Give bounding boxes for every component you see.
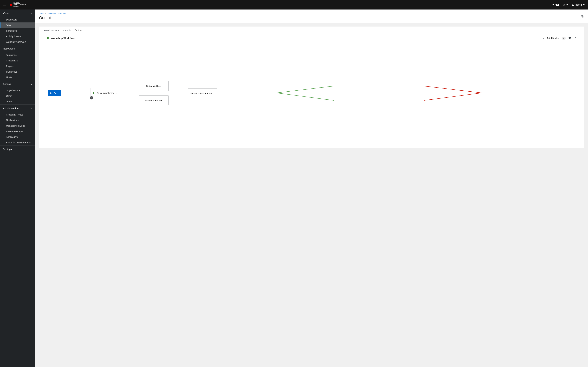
workflow-node-network-user[interactable]: Network-User — [139, 81, 168, 91]
top-header: Red Hat Ansible Automation Platform 0 ad… — [0, 0, 588, 9]
sidebar-item-jobs[interactable]: Jobs — [0, 22, 35, 28]
main-content: Jobs › Workshop Workflow Output ◂ Back t… — [35, 9, 588, 367]
node-label: Network-Banner — [145, 99, 163, 102]
sidebar-nav: Views ⌄ Dashboard Jobs Schedules Activit… — [0, 9, 35, 367]
notifications-button[interactable]: 0 — [552, 3, 559, 6]
svg-line-9 — [277, 86, 334, 93]
tab-label: Back to Jobs — [45, 29, 59, 32]
page-title: Output — [39, 16, 584, 20]
chevron-right-icon: › — [45, 12, 46, 14]
sidebar-item-activity-stream[interactable]: Activity Stream — [0, 33, 35, 39]
brand-logo[interactable]: Red Hat Ansible Automation Platform — [9, 2, 26, 7]
svg-line-11 — [424, 86, 482, 93]
workflow-canvas[interactable]: START Backup network confi… JT Network-U… — [43, 42, 580, 144]
node-label: Network Automation - Re… — [190, 92, 215, 95]
jt-badge: JT — [90, 96, 93, 100]
workflow-node-network-automation[interactable]: Network Automation - Re… — [188, 88, 217, 98]
tabs: ◂ Back to Jobs Details Output — [39, 26, 584, 34]
nav-group-settings[interactable]: Settings — [0, 145, 35, 153]
total-nodes-label: Total Nodes — [547, 37, 559, 40]
svg-point-0 — [10, 4, 12, 6]
sidebar-item-users[interactable]: Users — [0, 93, 35, 99]
username-label: admin — [576, 3, 582, 6]
hamburger-menu-button[interactable] — [3, 4, 6, 6]
sidebar-item-inventories[interactable]: Inventories — [0, 69, 35, 75]
total-nodes-count: 4 — [562, 37, 566, 40]
breadcrumb: Jobs › Workshop Workflow — [39, 12, 584, 15]
notification-count-badge: 0 — [555, 4, 559, 6]
chevron-down-icon: ⌄ — [31, 48, 32, 50]
breadcrumb-workflow-link[interactable]: Workshop Workflow — [47, 12, 66, 15]
chevron-down-icon: ⌄ — [31, 12, 32, 14]
sidebar-item-instance-groups[interactable]: Instance Groups — [0, 129, 35, 134]
sidebar-item-templates[interactable]: Templates — [0, 52, 35, 58]
sidebar-item-dashboard[interactable]: Dashboard — [0, 17, 35, 22]
workflow-node-start[interactable]: START — [48, 90, 61, 96]
nav-group-administration[interactable]: Administration ⌄ — [0, 105, 35, 112]
svg-rect-4 — [543, 37, 543, 37]
nav-group-resources[interactable]: Resources ⌄ — [0, 45, 35, 52]
sidebar-item-projects[interactable]: Projects — [0, 63, 35, 69]
sidebar-item-credentials[interactable]: Credentials — [0, 58, 35, 63]
redhat-icon — [9, 3, 12, 6]
caret-left-icon: ◂ — [44, 29, 45, 32]
help-button[interactable] — [563, 3, 568, 6]
nav-group-label: Views — [3, 12, 9, 15]
status-running-icon — [93, 92, 94, 94]
status-running-icon — [47, 37, 49, 39]
sidebar-item-execution-environments[interactable]: Execution Environments — [0, 140, 35, 145]
node-label: START — [50, 91, 59, 95]
workflow-graph-icon[interactable] — [542, 37, 544, 40]
node-label: Network-User — [146, 85, 161, 87]
bell-icon — [552, 3, 554, 6]
history-icon — [581, 15, 584, 18]
workflow-title: Workshop Workflow — [51, 37, 75, 40]
workflow-edges — [43, 42, 580, 144]
tab-output[interactable]: Output — [73, 26, 84, 34]
nav-group-label: Administration — [3, 107, 18, 110]
brand-line3: Platform — [13, 6, 26, 7]
node-label: Backup network confi… — [96, 92, 118, 94]
caret-down-icon — [566, 4, 568, 6]
compass-button[interactable] — [568, 37, 571, 40]
user-icon — [571, 3, 574, 6]
sidebar-item-notifications[interactable]: Notifications — [0, 117, 35, 123]
history-button[interactable] — [581, 15, 584, 18]
chevron-down-icon: ⌄ — [31, 107, 32, 109]
nav-group-label: Resources — [3, 47, 15, 50]
workflow-node-network-banner[interactable]: Network-Banner — [139, 96, 168, 105]
output-card: ◂ Back to Jobs Details Output Workshop W… — [39, 26, 584, 148]
breadcrumb-jobs-link[interactable]: Jobs — [39, 12, 43, 15]
workflow-header: Workshop Workflow Total Nodes 4 — [43, 34, 580, 42]
nav-group-access[interactable]: Access ⌄ — [0, 80, 35, 88]
svg-line-12 — [424, 93, 482, 100]
sidebar-item-hosts[interactable]: Hosts — [0, 75, 35, 80]
nav-group-views[interactable]: Views ⌄ — [0, 9, 35, 17]
svg-line-10 — [277, 93, 334, 100]
sidebar-item-workflow-approvals[interactable]: Workflow Approvals — [0, 39, 35, 45]
workflow-node-backup[interactable]: Backup network confi… — [91, 88, 120, 98]
sidebar-item-applications[interactable]: Applications — [0, 134, 35, 140]
sidebar-item-teams[interactable]: Teams — [0, 99, 35, 104]
nav-group-label: Settings — [3, 148, 12, 150]
tools-button[interactable] — [574, 37, 576, 40]
tab-details[interactable]: Details — [61, 26, 73, 34]
page-header: Jobs › Workshop Workflow Output — [35, 9, 588, 23]
caret-down-icon — [583, 4, 585, 6]
chevron-down-icon: ⌄ — [31, 83, 32, 85]
svg-point-3 — [572, 4, 573, 5]
sidebar-item-organizations[interactable]: Organizations — [0, 88, 35, 93]
sidebar-item-credential-types[interactable]: Credential Types — [0, 112, 35, 117]
question-icon — [563, 3, 565, 6]
user-menu-button[interactable]: admin — [571, 3, 585, 6]
nav-group-label: Access — [3, 83, 11, 85]
sidebar-item-management-jobs[interactable]: Management Jobs — [0, 123, 35, 129]
sidebar-item-schedules[interactable]: Schedules — [0, 28, 35, 33]
tab-back-to-jobs[interactable]: ◂ Back to Jobs — [42, 26, 61, 34]
